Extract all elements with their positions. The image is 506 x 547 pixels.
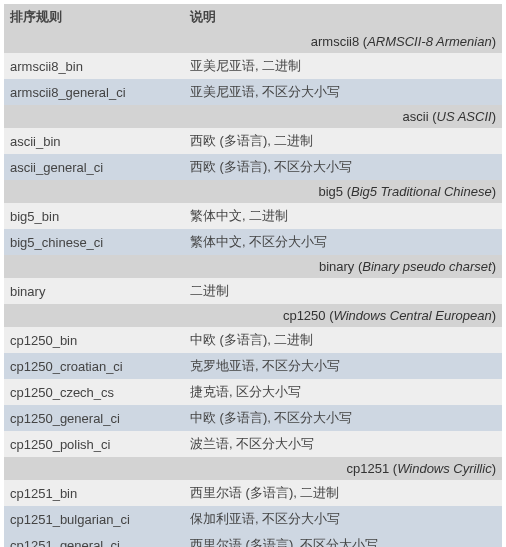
table-row: ascii_bin西欧 (多语言), 二进制 — [4, 128, 502, 154]
collation-name: cp1251_bin — [4, 480, 184, 506]
charset-name: armscii8 — [311, 34, 359, 49]
collation-desc: 亚美尼亚语, 二进制 — [184, 53, 502, 79]
collation-name: cp1251_general_ci — [4, 532, 184, 547]
charset-desc: Windows Cyrillic — [397, 461, 492, 476]
charset-desc: ARMSCII-8 Armenian — [367, 34, 492, 49]
charset-group-header: big5 (Big5 Traditional Chinese) — [4, 180, 502, 203]
charset-group-header: cp1250 (Windows Central European) — [4, 304, 502, 327]
collation-name: ascii_bin — [4, 128, 184, 154]
charset-group-label: armscii8 (ARMSCII-8 Armenian) — [4, 30, 502, 53]
table-row: cp1251_bin西里尔语 (多语言), 二进制 — [4, 480, 502, 506]
table-row: ascii_general_ci西欧 (多语言), 不区分大小写 — [4, 154, 502, 180]
table-row: cp1250_polish_ci波兰语, 不区分大小写 — [4, 431, 502, 457]
charset-group-label: cp1251 (Windows Cyrillic) — [4, 457, 502, 480]
table-body: armscii8 (ARMSCII-8 Armenian)armscii8_bi… — [4, 30, 502, 547]
collation-desc: 波兰语, 不区分大小写 — [184, 431, 502, 457]
collation-desc: 克罗地亚语, 不区分大小写 — [184, 353, 502, 379]
collation-desc: 西里尔语 (多语言), 二进制 — [184, 480, 502, 506]
charset-name: big5 — [318, 184, 343, 199]
table-row: big5_chinese_ci繁体中文, 不区分大小写 — [4, 229, 502, 255]
table-row: cp1251_bulgarian_ci保加利亚语, 不区分大小写 — [4, 506, 502, 532]
charset-group-label: big5 (Big5 Traditional Chinese) — [4, 180, 502, 203]
table-row: cp1251_general_ci西里尔语 (多语言), 不区分大小写 — [4, 532, 502, 547]
charset-name: binary — [319, 259, 354, 274]
charset-group-header: binary (Binary pseudo charset) — [4, 255, 502, 278]
charset-name: ascii — [403, 109, 429, 124]
collation-name: cp1250_bin — [4, 327, 184, 353]
charset-group-label: binary (Binary pseudo charset) — [4, 255, 502, 278]
table-header: 排序规则 说明 — [4, 4, 502, 30]
collation-desc: 亚美尼亚语, 不区分大小写 — [184, 79, 502, 105]
collation-table: 排序规则 说明 armscii8 (ARMSCII-8 Armenian)arm… — [4, 4, 502, 547]
collation-desc: 西欧 (多语言), 不区分大小写 — [184, 154, 502, 180]
collation-name: binary — [4, 278, 184, 304]
collation-name: cp1251_bulgarian_ci — [4, 506, 184, 532]
charset-desc: US ASCII — [437, 109, 492, 124]
charset-desc: Windows Central European — [334, 308, 492, 323]
collation-name: big5_bin — [4, 203, 184, 229]
collation-desc: 中欧 (多语言), 二进制 — [184, 327, 502, 353]
header-collation: 排序规则 — [4, 4, 184, 30]
collation-name: big5_chinese_ci — [4, 229, 184, 255]
collation-desc: 繁体中文, 不区分大小写 — [184, 229, 502, 255]
collation-name: cp1250_polish_ci — [4, 431, 184, 457]
collation-name: cp1250_croatian_ci — [4, 353, 184, 379]
table-row: cp1250_general_ci中欧 (多语言), 不区分大小写 — [4, 405, 502, 431]
charset-name: cp1250 — [283, 308, 326, 323]
table-row: armscii8_general_ci亚美尼亚语, 不区分大小写 — [4, 79, 502, 105]
charset-name: cp1251 — [347, 461, 390, 476]
table-row: cp1250_czech_cs捷克语, 区分大小写 — [4, 379, 502, 405]
charset-group-label: ascii (US ASCII) — [4, 105, 502, 128]
table-row: cp1250_croatian_ci克罗地亚语, 不区分大小写 — [4, 353, 502, 379]
collation-desc: 西欧 (多语言), 二进制 — [184, 128, 502, 154]
collation-desc: 捷克语, 区分大小写 — [184, 379, 502, 405]
collation-desc: 中欧 (多语言), 不区分大小写 — [184, 405, 502, 431]
charset-desc: Binary pseudo charset — [362, 259, 491, 274]
table-row: armscii8_bin亚美尼亚语, 二进制 — [4, 53, 502, 79]
collation-name: cp1250_czech_cs — [4, 379, 184, 405]
collation-name: armscii8_bin — [4, 53, 184, 79]
charset-group-label: cp1250 (Windows Central European) — [4, 304, 502, 327]
charset-group-header: cp1251 (Windows Cyrillic) — [4, 457, 502, 480]
collation-desc: 保加利亚语, 不区分大小写 — [184, 506, 502, 532]
collation-desc: 繁体中文, 二进制 — [184, 203, 502, 229]
charset-group-header: ascii (US ASCII) — [4, 105, 502, 128]
table-row: big5_bin繁体中文, 二进制 — [4, 203, 502, 229]
charset-desc: Big5 Traditional Chinese — [351, 184, 492, 199]
collation-name: cp1250_general_ci — [4, 405, 184, 431]
collation-desc: 西里尔语 (多语言), 不区分大小写 — [184, 532, 502, 547]
collation-desc: 二进制 — [184, 278, 502, 304]
table-row: binary二进制 — [4, 278, 502, 304]
collation-name: armscii8_general_ci — [4, 79, 184, 105]
collation-name: ascii_general_ci — [4, 154, 184, 180]
table-row: cp1250_bin中欧 (多语言), 二进制 — [4, 327, 502, 353]
header-description: 说明 — [184, 4, 502, 30]
charset-group-header: armscii8 (ARMSCII-8 Armenian) — [4, 30, 502, 53]
